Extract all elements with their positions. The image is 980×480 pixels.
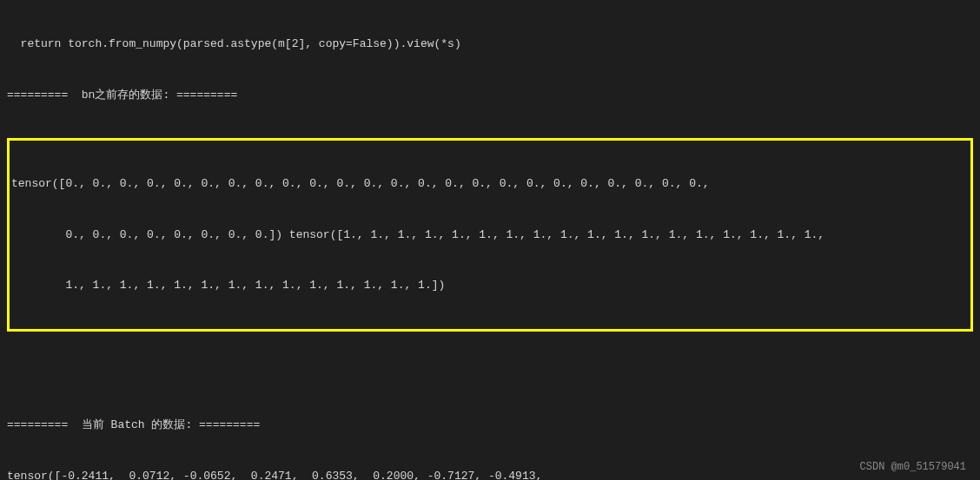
tensor-output-line: 0., 0., 0., 0., 0., 0., 0., 0.]) tensor(… bbox=[11, 227, 969, 244]
watermark-text: CSDN @m0_51579041 bbox=[860, 459, 966, 475]
tensor-output-line: tensor([0., 0., 0., 0., 0., 0., 0., 0., … bbox=[11, 175, 969, 193]
section-divider: ========= 当前 Batch 的数据: ========= bbox=[7, 417, 973, 434]
tensor-output-line: 1., 1., 1., 1., 1., 1., 1., 1., 1., 1., … bbox=[11, 277, 969, 294]
tensor-output-line: tensor([-0.2411, 0.0712, -0.0652, 0.2471… bbox=[7, 468, 973, 481]
blank-line bbox=[7, 366, 973, 384]
section-divider: ========= bn之前存的数据: ========= bbox=[7, 87, 973, 104]
code-fragment-line: return torch.from_numpy(parsed.astype(m[… bbox=[7, 36, 973, 53]
terminal-output: return torch.from_numpy(parsed.astype(m[… bbox=[7, 2, 973, 480]
highlight-box-before-bn: tensor([0., 0., 0., 0., 0., 0., 0., 0., … bbox=[7, 138, 973, 332]
